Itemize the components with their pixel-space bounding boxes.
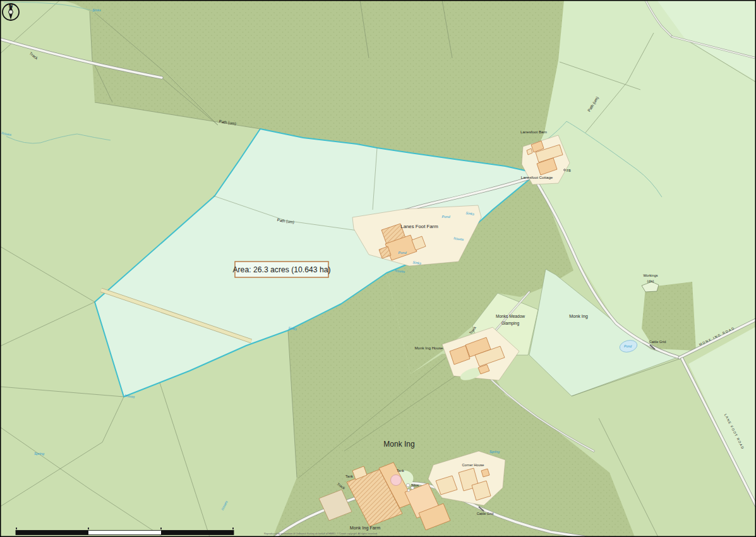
label-workings-1: Workings bbox=[643, 274, 657, 277]
silo-1 bbox=[406, 483, 409, 486]
label-spring-east: Spring bbox=[489, 450, 500, 454]
area-annotation: Area: 26.3 acres (10.643 ha) bbox=[232, 262, 330, 277]
label-sinks-top: Sinks bbox=[92, 8, 101, 12]
attribution-text: Reproduced by permission of Ordnance Sur… bbox=[264, 533, 378, 535]
area-annotation-text: Area: 26.3 acres (10.643 ha) bbox=[232, 265, 330, 274]
map-canvas[interactable]: Track Path (um) Path (um) Path (um) Lane… bbox=[0, 0, 756, 537]
label-monk-ing-house: Monk Ing House bbox=[414, 346, 443, 350]
label-cattle-grid-south: Cattle Grid bbox=[477, 512, 494, 516]
label-silos: Silos bbox=[411, 483, 419, 487]
label-pond-farm-ne: Pond bbox=[441, 215, 450, 219]
label-monks-meadow-2: Glamping bbox=[501, 321, 520, 326]
label-cattle-grid-north: Cattle Grid bbox=[649, 340, 666, 344]
north-arrow-n: N bbox=[9, 3, 13, 9]
label-pond-east: Pond bbox=[624, 344, 632, 348]
label-lanesfoot-cottage: Lanesfoot Cottage bbox=[521, 175, 553, 179]
silo-3 bbox=[407, 489, 410, 492]
label-lanes-foot-farm: Lanes Foot Farm bbox=[400, 224, 438, 229]
label-tank-west: Tank bbox=[345, 474, 353, 478]
tank-circle bbox=[391, 475, 402, 486]
label-workings-2: (dis) bbox=[647, 279, 654, 283]
label-fb: FB bbox=[567, 169, 571, 172]
label-spring-west: Spring bbox=[34, 452, 45, 456]
label-monks-meadow-1: Monks Meadow bbox=[496, 314, 525, 318]
label-monk-ing-farm: Monk Ing Farm bbox=[350, 525, 380, 531]
label-monk-ing-settlement: Monk Ing bbox=[383, 440, 414, 449]
label-tank-north: Tank bbox=[397, 469, 404, 473]
label-pond-farm: Pond bbox=[398, 251, 407, 255]
os-plan-svg: Track Path (um) Path (um) Path (um) Lane… bbox=[0, 0, 756, 537]
label-lanesfoot-barn: Lanesfoot Barn bbox=[520, 130, 548, 134]
label-monk-ing-field: Monk Ing bbox=[569, 313, 588, 319]
label-corner-house: Corner House bbox=[462, 463, 484, 467]
